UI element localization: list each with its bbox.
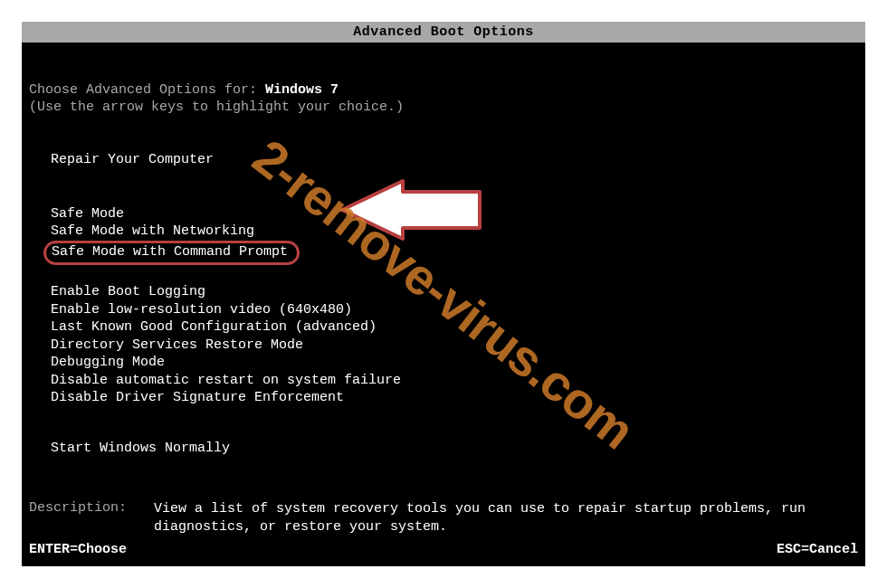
title-bar: Advanced Boot Options [22,22,865,43]
menu-group-safemode: Safe Mode Safe Mode with Networking Safe… [29,205,858,266]
menu-group-repair: Repair Your Computer [29,151,858,169]
menu-item-safe-mode[interactable]: Safe Mode [51,205,858,223]
boot-screen: Advanced Boot Options Choose Advanced Op… [22,22,865,566]
menu-item-debugging-mode[interactable]: Debugging Mode [51,354,858,372]
menu-item-repair-computer[interactable]: Repair Your Computer [51,151,858,169]
menu-item-start-normally[interactable]: Start Windows Normally [51,440,858,458]
footer-bar: ENTER=Choose ESC=Cancel [29,542,858,557]
sub-heading: (Use the arrow keys to highlight your ch… [29,100,858,115]
heading-line: Choose Advanced Options for: Windows 7 [29,82,858,98]
description-block: Description: View a list of system recov… [29,500,858,537]
menu-item-safe-mode-cmd-wrapper: Safe Mode with Command Prompt [51,241,858,266]
os-name: Windows 7 [265,82,339,98]
menu-item-safe-mode-cmd[interactable]: Safe Mode with Command Prompt [43,241,300,266]
footer-enter-choose: ENTER=Choose [29,542,127,557]
description-label: Description: [29,500,154,537]
menu-item-safe-mode-networking[interactable]: Safe Mode with Networking [51,223,858,241]
heading-prefix: Choose Advanced Options for: [29,82,265,98]
menu-item-boot-logging[interactable]: Enable Boot Logging [51,283,858,301]
menu-item-low-res-video[interactable]: Enable low-resolution video (640x480) [51,301,858,319]
footer-esc-cancel: ESC=Cancel [777,542,858,557]
menu-group-advanced: Enable Boot Logging Enable low-resolutio… [29,283,858,407]
menu-item-disable-auto-restart[interactable]: Disable automatic restart on system fail… [51,372,858,390]
content-area: Choose Advanced Options for: Windows 7 (… [22,82,865,537]
description-text: View a list of system recovery tools you… [154,500,858,537]
menu-item-ds-restore[interactable]: Directory Services Restore Mode [51,337,858,355]
menu-item-disable-driver-sig[interactable]: Disable Driver Signature Enforcement [51,389,858,407]
menu-group-normal: Start Windows Normally [29,440,858,458]
menu-item-last-known-good[interactable]: Last Known Good Configuration (advanced) [51,318,858,337]
